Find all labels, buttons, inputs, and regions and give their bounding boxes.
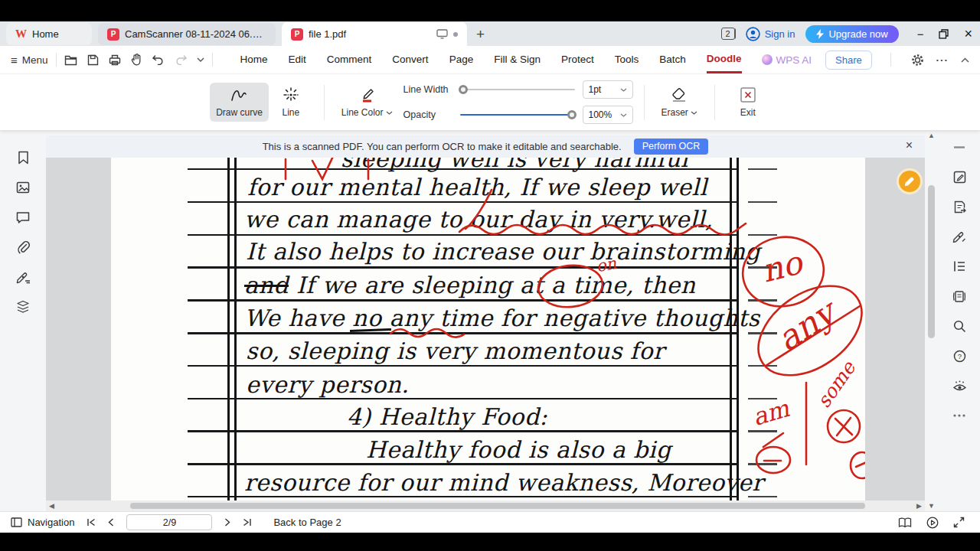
open-file-button[interactable] <box>64 54 77 66</box>
collapse-handle-icon[interactable] <box>952 139 967 155</box>
quick-access-dropdown[interactable] <box>197 57 204 62</box>
more-options-icon[interactable]: ··· <box>936 54 949 66</box>
tab-home[interactable]: Home <box>240 46 268 73</box>
thumbnails-icon[interactable] <box>15 180 31 195</box>
tab-fill-sign[interactable]: Fill & Sign <box>494 46 541 73</box>
scroll-down-arrow[interactable]: ▼ <box>928 502 935 510</box>
tab-page[interactable]: Page <box>449 46 474 73</box>
window-count-badge[interactable]: 2 <box>721 28 735 40</box>
exit-icon <box>740 86 756 103</box>
horizontal-scrollbar[interactable]: ◀ ▶ <box>46 500 925 511</box>
page-indicator-input[interactable]: 2/9 <box>126 514 212 530</box>
tab-convert[interactable]: Convert <box>392 46 428 73</box>
search-icon[interactable] <box>952 318 967 334</box>
letterbox-bottom <box>0 533 980 551</box>
divider <box>644 85 645 120</box>
document-tab-file1[interactable]: P file 1.pdf <box>282 22 467 46</box>
vertical-scrollbar[interactable]: ▲ ▼ <box>925 130 939 511</box>
opacity-slider-thumb[interactable] <box>567 110 577 119</box>
home-tab[interactable]: W Home <box>6 23 92 45</box>
collapse-ribbon-icon[interactable] <box>961 57 969 63</box>
sign-in-button[interactable]: Sign in <box>746 27 795 41</box>
sign-pen-icon[interactable] <box>952 229 967 244</box>
tab-tools[interactable]: Tools <box>615 46 639 73</box>
floating-pen-button[interactable] <box>899 171 920 192</box>
new-tab-button[interactable]: + <box>476 26 485 43</box>
scroll-up-arrow[interactable]: ▲ <box>928 132 935 139</box>
line-tool[interactable]: Line <box>269 83 313 122</box>
margin-line <box>227 158 230 500</box>
layers-icon[interactable] <box>15 299 31 315</box>
export-page-icon[interactable] <box>952 199 967 214</box>
tab-edit[interactable]: Edit <box>289 46 306 73</box>
bookmarks-icon[interactable] <box>15 150 31 165</box>
main-area: This is a scanned PDF. You can perform O… <box>0 130 980 511</box>
more-tools-icon[interactable] <box>952 408 967 423</box>
edit-pdf-icon[interactable] <box>952 169 967 184</box>
tab-comment[interactable]: Comment <box>327 46 372 73</box>
opacity-slider[interactable] <box>460 114 575 116</box>
wps-ai-button[interactable]: WPS AI <box>762 54 812 66</box>
next-page-button[interactable] <box>224 518 230 527</box>
window-controls: − × <box>917 26 972 42</box>
document-tab-camscanner[interactable]: P CamScanner 08-11-2024 06.37.pdf <box>98 23 276 45</box>
share-button[interactable]: Share <box>825 51 872 70</box>
previous-page-button[interactable] <box>108 518 114 527</box>
tab-batch[interactable]: Batch <box>659 46 686 73</box>
monitor-icon <box>436 29 448 39</box>
horizontal-scroll-thumb[interactable] <box>130 503 865 509</box>
tab-doodle[interactable]: Doodle <box>707 46 742 73</box>
line-color-picker[interactable]: Line Color <box>335 83 399 122</box>
navigation-toggle[interactable]: Navigation <box>11 517 74 528</box>
document-viewport[interactable]: sleeping well is very harmful for our me… <box>46 158 925 500</box>
redo-button[interactable] <box>175 54 187 65</box>
line-width-slider[interactable] <box>460 89 575 90</box>
status-bar: Navigation 2/9 Back to Page 2 <box>0 511 980 533</box>
line-width-slider-thumb[interactable] <box>459 85 468 94</box>
user-avatar-icon <box>746 27 760 41</box>
lightning-icon <box>816 29 824 39</box>
handwritten-line: It also helps to increase our brainstorm… <box>246 238 760 265</box>
handwritten-line: resource for our mind weakness, Moreover <box>244 469 763 496</box>
settings-gear-icon[interactable] <box>911 54 924 67</box>
main-menu-button[interactable]: ≡ Menu <box>11 54 48 67</box>
read-mode-icon[interactable] <box>898 517 912 528</box>
signature-icon[interactable] <box>15 269 31 285</box>
pdf-icon: P <box>291 28 303 41</box>
sign-in-label: Sign in <box>765 28 795 40</box>
last-page-button[interactable] <box>243 518 252 527</box>
scroll-right-arrow[interactable]: ▶ <box>916 502 922 510</box>
back-to-page-link[interactable]: Back to Page 2 <box>273 517 341 528</box>
pdf-icon: P <box>107 28 119 41</box>
upgrade-now-button[interactable]: Upgrade now <box>805 25 898 43</box>
exit-doodle-button[interactable]: Exit <box>726 83 770 122</box>
minimize-button[interactable]: − <box>917 28 924 41</box>
play-presentation-icon[interactable] <box>926 517 939 529</box>
close-button[interactable]: × <box>964 26 972 42</box>
perform-ocr-button[interactable]: Perform OCR <box>634 139 709 155</box>
first-page-button[interactable] <box>87 518 96 527</box>
auto-scroll-icon[interactable] <box>952 289 967 304</box>
help-icon[interactable]: ? <box>952 348 967 364</box>
reading-layout-icon[interactable] <box>952 259 967 274</box>
undo-button[interactable] <box>152 54 165 65</box>
notice-close-icon[interactable]: × <box>906 139 913 152</box>
hand-tool-button[interactable] <box>131 54 142 66</box>
save-button[interactable] <box>87 54 99 66</box>
line-width-select[interactable]: 1pt <box>583 80 633 99</box>
scroll-left-arrow[interactable]: ◀ <box>49 502 54 510</box>
draw-curve-tool[interactable]: Draw curve <box>210 83 269 122</box>
restore-button[interactable] <box>939 29 949 39</box>
opacity-select[interactable]: 100% <box>583 106 633 124</box>
comments-icon[interactable] <box>15 210 31 225</box>
right-sidebar: ? <box>939 130 980 511</box>
ai-eye-icon[interactable] <box>952 378 967 393</box>
eraser-tool[interactable]: Eraser <box>655 83 704 122</box>
vertical-scroll-thumb[interactable] <box>928 185 935 338</box>
print-button[interactable] <box>109 54 121 66</box>
line-tool-icon <box>282 86 300 103</box>
attachments-icon[interactable] <box>15 240 31 255</box>
fullscreen-icon[interactable] <box>953 517 965 528</box>
right-rail: ▲ ▼ <box>925 130 980 511</box>
tab-protect[interactable]: Protect <box>561 46 594 73</box>
